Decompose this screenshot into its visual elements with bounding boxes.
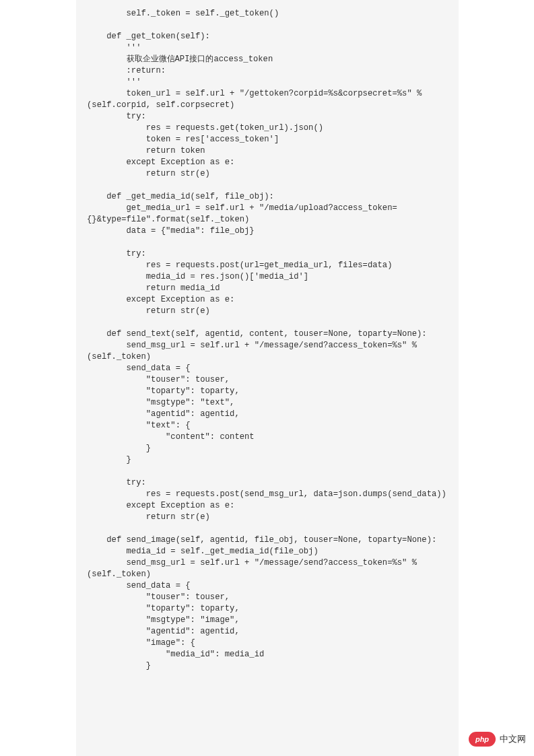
watermark: php 中文网 [469, 732, 526, 747]
logo-text: php [475, 735, 489, 743]
code-content: self._token = self._get_token() def _get… [87, 8, 448, 672]
site-name: 中文网 [500, 733, 526, 745]
php-logo: php [469, 732, 496, 747]
code-block: self._token = self._get_token() def _get… [76, 0, 459, 756]
